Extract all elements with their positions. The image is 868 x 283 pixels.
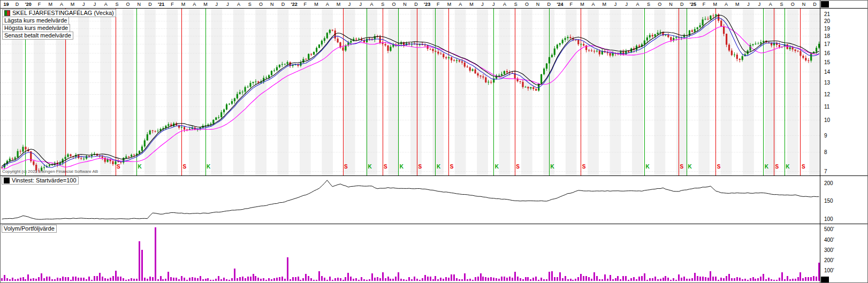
svg-text:S: S bbox=[514, 2, 517, 7]
svg-text:S: S bbox=[384, 164, 387, 170]
svg-text:K: K bbox=[400, 164, 404, 170]
svg-text:K: K bbox=[688, 164, 692, 170]
svg-text:100: 100 bbox=[824, 216, 833, 222]
svg-text:F: F bbox=[569, 2, 573, 7]
svg-text:M: M bbox=[603, 2, 607, 7]
svg-text:F: F bbox=[437, 2, 440, 7]
svg-text:J: J bbox=[215, 2, 218, 7]
svg-text:8: 8 bbox=[824, 149, 827, 155]
svg-text:150: 150 bbox=[824, 198, 833, 204]
svg-text:N: N bbox=[138, 2, 141, 7]
axis-corner-widget-bottom[interactable] bbox=[821, 277, 829, 282]
legend-ma-high-label: Högsta kurs medelvärde bbox=[4, 25, 68, 32]
svg-text:K: K bbox=[437, 164, 441, 170]
profit-panel-legend: Vinstest: Startvärde=100 bbox=[2, 177, 79, 185]
svg-text:M: M bbox=[71, 2, 75, 7]
svg-text:S: S bbox=[802, 164, 805, 170]
svg-text:A: A bbox=[769, 2, 772, 7]
legend-title-row[interactable]: SKEL FJÁRFESTINGAFÉLAG (Vecka) bbox=[2, 9, 116, 17]
svg-text:21: 21 bbox=[824, 11, 831, 17]
svg-text:N: N bbox=[802, 2, 806, 7]
svg-text:J: J bbox=[625, 2, 628, 7]
svg-text:J: J bbox=[614, 2, 617, 7]
svg-text:'25: '25 bbox=[690, 2, 696, 7]
month-bands bbox=[12, 8, 820, 175]
svg-text:M: M bbox=[337, 2, 341, 7]
candlestick-series-icon bbox=[4, 10, 10, 16]
chart-canvas[interactable]: SKSKSKSKSKSKSKSKSKSKSKS19D'20FMAMJJASOND… bbox=[1, 1, 868, 283]
svg-text:A: A bbox=[193, 2, 196, 7]
svg-text:O: O bbox=[791, 2, 795, 7]
svg-text:14: 14 bbox=[824, 69, 831, 75]
svg-text:F: F bbox=[171, 2, 174, 7]
svg-text:N: N bbox=[270, 2, 274, 7]
svg-text:F: F bbox=[38, 2, 41, 7]
svg-text:K: K bbox=[207, 164, 211, 170]
svg-text:O: O bbox=[392, 2, 395, 7]
svg-text:M: M bbox=[181, 2, 186, 7]
stock-chart-window: SKSKSKSKSKSKSKSKSKSKSKS19D'20FMAMJJASOND… bbox=[0, 0, 868, 283]
svg-text:200': 200' bbox=[824, 257, 834, 263]
svg-text:J: J bbox=[348, 2, 351, 7]
svg-text:S: S bbox=[775, 164, 779, 170]
main-chart-legend: SKEL FJÁRFESTINGAFÉLAG (Vecka) Lägsta ku… bbox=[2, 10, 116, 40]
svg-text:O: O bbox=[658, 2, 661, 7]
svg-text:J: J bbox=[226, 2, 229, 7]
svg-text:500': 500' bbox=[824, 226, 834, 232]
svg-text:S: S bbox=[516, 164, 520, 170]
svg-text:M: M bbox=[735, 2, 740, 7]
svg-text:16: 16 bbox=[824, 50, 831, 56]
svg-text:K: K bbox=[786, 164, 790, 170]
svg-text:J: J bbox=[758, 2, 761, 7]
axis-corner-widget-top[interactable] bbox=[821, 1, 829, 7]
profit-test-line bbox=[2, 180, 819, 219]
svg-text:A: A bbox=[725, 2, 728, 7]
svg-text:A: A bbox=[104, 2, 108, 7]
volume-axis-labels: 500'400'300'200'100' bbox=[824, 226, 834, 273]
svg-text:S: S bbox=[115, 2, 118, 7]
profit-series-icon bbox=[4, 178, 10, 183]
volume-legend-row[interactable]: Volym/Portföljvärde bbox=[2, 225, 57, 233]
svg-text:20: 20 bbox=[824, 18, 831, 24]
svg-text:A: A bbox=[636, 2, 639, 7]
svg-text:19: 19 bbox=[824, 26, 831, 32]
profit-legend-row[interactable]: Vinstest: Startvärde=100 bbox=[2, 177, 79, 185]
svg-text:S: S bbox=[381, 2, 384, 7]
profit-panel-title: Vinstest: Startvärde=100 bbox=[12, 177, 77, 184]
svg-text:D: D bbox=[16, 2, 19, 7]
volume-panel-title: Volym/Portföljvärde bbox=[4, 225, 55, 232]
svg-text:'21: '21 bbox=[158, 2, 164, 7]
svg-text:K: K bbox=[495, 164, 499, 170]
svg-text:15: 15 bbox=[824, 59, 831, 65]
svg-text:M: M bbox=[580, 2, 584, 7]
svg-text:9: 9 bbox=[824, 133, 827, 139]
svg-text:D: D bbox=[813, 2, 817, 7]
legend-ma-low-row[interactable]: Lägsta kurs medelvärde bbox=[2, 17, 69, 25]
svg-text:S: S bbox=[450, 164, 454, 170]
svg-text:O: O bbox=[525, 2, 529, 7]
legend-ma-high-row[interactable]: Högsta kurs medelvärde bbox=[2, 24, 70, 32]
volume-panel-legend: Volym/Portföljvärde bbox=[2, 225, 57, 233]
svg-text:A: A bbox=[237, 2, 240, 7]
svg-text:M: M bbox=[314, 2, 318, 7]
svg-text:S: S bbox=[418, 164, 422, 170]
svg-text:M: M bbox=[713, 2, 718, 7]
svg-text:A: A bbox=[592, 2, 595, 7]
legend-ma-close-row[interactable]: Senast betalt medelvärde bbox=[2, 32, 73, 40]
svg-text:D: D bbox=[680, 2, 684, 7]
svg-text:F: F bbox=[703, 2, 706, 7]
svg-text:K: K bbox=[645, 164, 650, 170]
svg-text:S: S bbox=[680, 164, 684, 170]
copyright-text: Copyright (c) 2023 Vikingen Financial So… bbox=[2, 169, 98, 174]
svg-text:M: M bbox=[48, 2, 52, 7]
svg-text:J: J bbox=[481, 2, 484, 7]
svg-text:S: S bbox=[780, 2, 783, 7]
svg-text:A: A bbox=[503, 2, 506, 7]
svg-text:300': 300' bbox=[824, 247, 834, 253]
svg-text:N: N bbox=[403, 2, 407, 7]
svg-text:S: S bbox=[344, 164, 348, 170]
svg-text:12: 12 bbox=[824, 91, 831, 97]
svg-text:M: M bbox=[447, 2, 452, 7]
svg-text:S: S bbox=[717, 164, 721, 170]
svg-text:S: S bbox=[117, 164, 120, 170]
